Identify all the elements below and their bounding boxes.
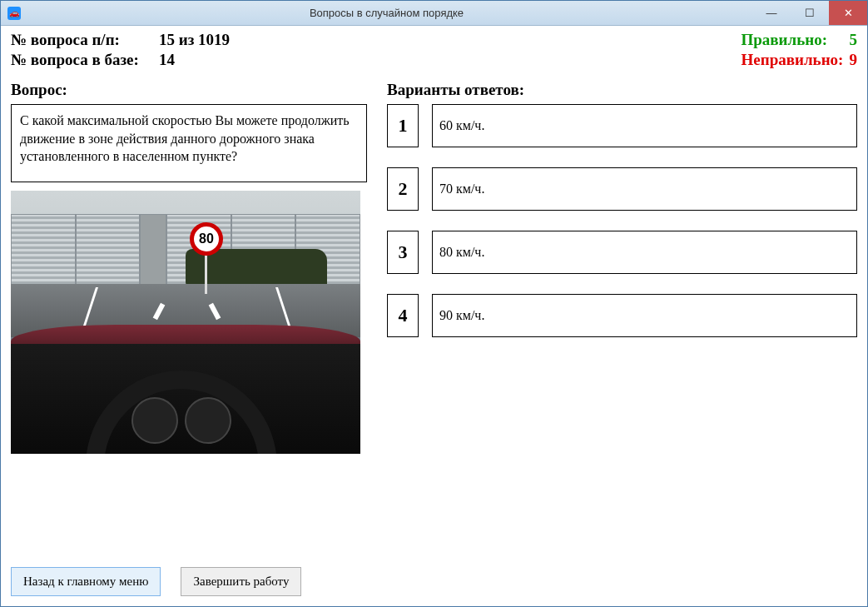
app-window: 🚗 Вопросы в случайном порядке — ☐ ✕ № во… bbox=[0, 0, 868, 607]
answer-text: 60 км/ч. bbox=[432, 104, 857, 147]
wrong-label: Неправильно: bbox=[742, 51, 850, 69]
app-icon: 🚗 bbox=[7, 7, 21, 20]
question-text: С какой максимальной скоростью Вы можете… bbox=[11, 104, 367, 182]
question-column: Вопрос: С какой максимальной скоростью В… bbox=[11, 81, 367, 559]
answer-number: 4 bbox=[387, 294, 419, 337]
window-title: Вопросы в случайном порядке bbox=[21, 7, 752, 19]
question-base-label: № вопроса в базе: bbox=[11, 51, 159, 69]
back-button[interactable]: Назад к главному меню bbox=[11, 567, 161, 596]
wrong-value: 9 bbox=[850, 51, 858, 69]
answer-option[interactable]: 1 60 км/ч. bbox=[387, 104, 857, 147]
header-stats: № вопроса п/п: 15 из 1019 № вопроса в ба… bbox=[11, 31, 857, 69]
question-base-value: 14 bbox=[159, 51, 175, 69]
correct-label: Правильно: bbox=[742, 31, 850, 49]
answer-option[interactable]: 3 80 км/ч. bbox=[387, 231, 857, 274]
main-area: Вопрос: С какой максимальной скоростью В… bbox=[11, 81, 857, 559]
question-order-label: № вопроса п/п: bbox=[11, 31, 159, 49]
answers-title: Варианты ответов: bbox=[387, 81, 857, 99]
footer-buttons: Назад к главному меню Завершить работу bbox=[11, 559, 857, 596]
finish-button[interactable]: Завершить работу bbox=[181, 567, 301, 596]
titlebar[interactable]: 🚗 Вопросы в случайном порядке — ☐ ✕ bbox=[1, 1, 867, 26]
answer-text: 70 км/ч. bbox=[432, 167, 857, 211]
answer-option[interactable]: 4 90 км/ч. bbox=[387, 294, 857, 337]
window-controls: — ☐ ✕ bbox=[752, 1, 867, 25]
question-image: 80 bbox=[11, 191, 360, 454]
answer-text: 80 км/ч. bbox=[432, 231, 857, 274]
minimize-button[interactable]: — bbox=[752, 1, 791, 25]
answers-column: Варианты ответов: 1 60 км/ч. 2 70 км/ч. … bbox=[387, 81, 857, 559]
answer-number: 3 bbox=[387, 231, 419, 274]
close-button[interactable]: ✕ bbox=[829, 1, 867, 25]
answer-number: 1 bbox=[387, 104, 419, 147]
answer-number: 2 bbox=[387, 167, 419, 211]
answer-text: 90 км/ч. bbox=[432, 294, 857, 337]
answer-option[interactable]: 2 70 км/ч. bbox=[387, 167, 857, 211]
correct-value: 5 bbox=[850, 31, 858, 49]
maximize-button[interactable]: ☐ bbox=[791, 1, 829, 25]
content-area: № вопроса п/п: 15 из 1019 № вопроса в ба… bbox=[1, 26, 867, 606]
answers-list: 1 60 км/ч. 2 70 км/ч. 3 80 км/ч. 4 90 км… bbox=[387, 104, 857, 337]
question-title: Вопрос: bbox=[11, 81, 367, 99]
speed-sign-icon: 80 bbox=[190, 222, 223, 256]
question-order-value: 15 из 1019 bbox=[159, 31, 230, 49]
